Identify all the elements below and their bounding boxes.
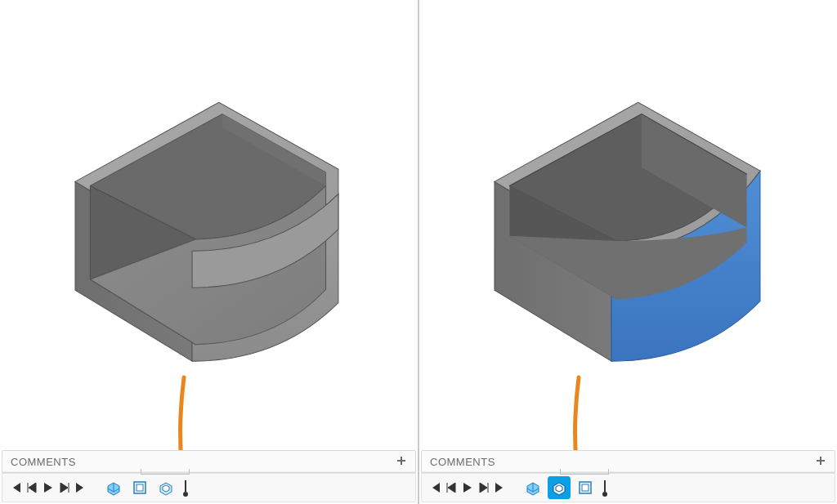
timeline-end-button[interactable] [492, 479, 508, 496]
timeline-rewind-button[interactable] [427, 479, 443, 496]
timeline-play-button[interactable] [459, 479, 476, 496]
svg-rect-1 [137, 484, 143, 491]
timeline-feature-shell[interactable] [128, 476, 151, 499]
timeline-step-fwd-button[interactable] [476, 479, 492, 496]
timeline-end-button[interactable] [73, 479, 89, 496]
timeline-feature-shell[interactable] [574, 476, 597, 499]
svg-point-3 [183, 492, 188, 497]
timeline-play-button[interactable] [40, 479, 56, 496]
add-comment-button[interactable] [394, 454, 409, 469]
svg-rect-5 [582, 484, 589, 491]
right-viewport: COMMENTS [419, 0, 837, 504]
svg-rect-6 [604, 480, 606, 492]
timeline-feature-extrude[interactable] [102, 476, 125, 499]
svg-point-7 [602, 492, 607, 497]
canvas-left[interactable] [0, 0, 418, 447]
comments-panel-header[interactable]: COMMENTS [421, 450, 835, 473]
timeline-end-marker[interactable] [181, 477, 190, 498]
add-comment-button[interactable] [813, 454, 828, 469]
timeline-right [421, 473, 835, 502]
timeline-feature-extrude-cut[interactable] [154, 476, 177, 499]
left-viewport: COMMENTS [0, 0, 418, 504]
timeline-end-marker[interactable] [601, 477, 609, 498]
comments-label: COMMENTS [430, 456, 813, 468]
timeline-feature-extrude-cut[interactable] [548, 476, 571, 499]
canvas-right[interactable] [419, 0, 837, 447]
timeline-group-bracket [560, 469, 609, 475]
timeline-left [2, 473, 416, 502]
timeline-step-back-button[interactable] [24, 479, 40, 496]
timeline-step-fwd-button[interactable] [56, 479, 73, 496]
comments-label: COMMENTS [11, 456, 394, 468]
comments-panel-header[interactable]: COMMENTS [2, 450, 416, 473]
timeline-group-bracket [141, 469, 190, 475]
timeline-step-back-button[interactable] [443, 479, 459, 496]
timeline-feature-extrude[interactable] [521, 476, 544, 499]
svg-rect-2 [185, 480, 186, 492]
timeline-rewind-button[interactable] [7, 479, 24, 496]
